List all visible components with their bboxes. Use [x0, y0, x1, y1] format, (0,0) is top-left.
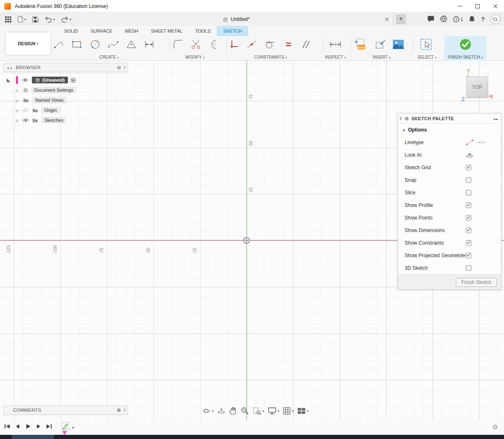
display-settings-button[interactable]: [268, 407, 279, 415]
select-group-label[interactable]: SELECT: [417, 55, 436, 59]
look-at-button[interactable]: [217, 407, 226, 415]
tab-tools[interactable]: TOOLS: [189, 26, 217, 36]
grid-settings-button[interactable]: [283, 407, 294, 415]
tab-solid[interactable]: SOLID: [58, 26, 84, 36]
visibility-eye-icon[interactable]: [22, 118, 29, 122]
horizontal-vertical-constraint-button[interactable]: [227, 37, 241, 52]
expand-arrow-icon[interactable]: [16, 107, 19, 113]
equal-constraint-button[interactable]: [281, 37, 296, 52]
timeline-sketch-marker[interactable]: [61, 422, 75, 434]
tab-sheet-metal[interactable]: SHEET METAL: [145, 26, 189, 36]
visibility-eye-icon[interactable]: [22, 78, 29, 82]
insert-svg-button[interactable]: SVG: [353, 37, 367, 52]
parallel-constraint-button[interactable]: [299, 37, 313, 52]
help-button[interactable]: [481, 16, 485, 23]
play-button[interactable]: [25, 424, 31, 429]
go-to-end-button[interactable]: [46, 424, 52, 429]
show-constraints-checkbox[interactable]: [466, 240, 471, 246]
zoom-button[interactable]: [241, 407, 249, 415]
tangent-constraint-button[interactable]: [263, 37, 277, 52]
close-button[interactable]: [486, 0, 504, 12]
browser-grip[interactable]: [124, 65, 126, 70]
minimize-button[interactable]: [451, 0, 469, 12]
timeline-marker-caret-icon[interactable]: [72, 424, 74, 430]
rectangle-tool-button[interactable]: [70, 37, 84, 52]
options-section-header[interactable]: Options: [398, 124, 501, 136]
activate-radio-icon[interactable]: [70, 77, 76, 83]
tab-mesh[interactable]: MESH: [119, 26, 145, 36]
palette-grip[interactable]: [400, 116, 402, 121]
decal-button[interactable]: [374, 37, 388, 52]
measure-tool-button[interactable]: [328, 37, 343, 52]
line-tool-button[interactable]: [52, 37, 66, 52]
circle-tool-button[interactable]: [88, 37, 102, 52]
trim-tool-button[interactable]: [189, 37, 203, 52]
fit-button[interactable]: [253, 407, 264, 415]
expand-arrow-icon[interactable]: [16, 97, 19, 103]
timeline-position-flag[interactable]: [62, 431, 67, 435]
view-cube[interactable]: TOP Y X Z: [460, 68, 502, 103]
snap-checkbox[interactable]: [466, 178, 471, 183]
job-status-button[interactable]: 1: [453, 16, 463, 23]
tree-row-root[interactable]: (Unsaved): [3, 75, 128, 85]
insert-image-button[interactable]: [391, 37, 405, 52]
user-avatar[interactable]: CL: [491, 14, 501, 24]
constraints-group-label[interactable]: CONSTRAINTS: [254, 55, 287, 59]
palette-expand-icon[interactable]: [494, 116, 498, 121]
comments-grip[interactable]: [124, 408, 126, 413]
tree-row-named-views[interactable]: Named Views: [3, 96, 128, 105]
create-group-label[interactable]: CREATE: [99, 55, 119, 59]
tree-row-document-settings[interactable]: Document Settings: [3, 85, 128, 95]
coincident-constraint-button[interactable]: [244, 37, 259, 52]
fillet-tool-button[interactable]: [171, 37, 185, 52]
modify-group-label[interactable]: MODIFY: [185, 55, 204, 59]
timeline-settings-gear-icon[interactable]: [492, 423, 498, 431]
new-tab-button[interactable]: [396, 14, 406, 24]
redo-button[interactable]: [59, 14, 74, 25]
visibility-eye-off-icon[interactable]: [22, 108, 29, 112]
tab-sketch[interactable]: SKETCH: [217, 26, 248, 36]
sketch-grid-checkbox[interactable]: [466, 165, 471, 170]
orbit-button[interactable]: [202, 407, 213, 415]
slice-checkbox[interactable]: [466, 190, 471, 196]
palette-hide-icon[interactable]: [405, 116, 409, 121]
linetype-centerline-icon[interactable]: [478, 139, 485, 145]
tree-row-sketches[interactable]: Sketches: [3, 116, 128, 125]
apps-grid-button[interactable]: [3, 14, 14, 25]
show-projected-geometries-checkbox[interactable]: [466, 253, 471, 258]
finish-sketch-button[interactable]: [458, 37, 473, 52]
offset-tool-button[interactable]: [206, 37, 220, 52]
tab-surface[interactable]: SURFACE: [84, 26, 119, 36]
show-dimensions-checkbox[interactable]: [466, 228, 471, 233]
step-forward-button[interactable]: [36, 424, 42, 429]
pan-button[interactable]: [229, 407, 237, 415]
add-comment-icon[interactable]: [117, 407, 121, 413]
root-document-item[interactable]: (Unsaved): [32, 77, 68, 83]
file-menu-button[interactable]: [15, 14, 29, 25]
tab-close-button[interactable]: [384, 17, 390, 22]
notifications-button[interactable]: [469, 15, 475, 23]
comments-header[interactable]: COMMENTS: [3, 405, 128, 415]
save-button[interactable]: [30, 14, 41, 25]
3d-sketch-checkbox[interactable]: [466, 266, 471, 271]
undo-button[interactable]: [42, 14, 57, 25]
tree-row-origin[interactable]: Origin: [3, 106, 128, 115]
insert-group-label[interactable]: INSERT: [372, 55, 390, 59]
finish-sketch-group-label[interactable]: FINISH SKETCH: [448, 55, 483, 59]
browser-hide-icon[interactable]: [117, 65, 121, 70]
show-profile-checkbox[interactable]: [466, 203, 471, 208]
linetype-construction-icon[interactable]: [466, 139, 473, 145]
browser-collapse-icon[interactable]: [6, 65, 13, 70]
spline-tool-button[interactable]: [106, 37, 120, 52]
look-at-icon[interactable]: [466, 152, 473, 158]
viewports-button[interactable]: [297, 408, 309, 414]
workspace-selector[interactable]: DESIGN: [5, 32, 51, 55]
comments-button[interactable]: [427, 15, 434, 23]
view-cube-face[interactable]: TOP: [466, 76, 488, 98]
go-to-start-button[interactable]: [4, 424, 10, 429]
select-tool-button[interactable]: [419, 37, 433, 52]
finish-sketch-palette-button[interactable]: Finish Sketch: [456, 278, 497, 287]
expand-arrow-icon[interactable]: [16, 87, 19, 93]
step-back-button[interactable]: [15, 424, 21, 429]
origin-point[interactable]: [243, 237, 250, 244]
